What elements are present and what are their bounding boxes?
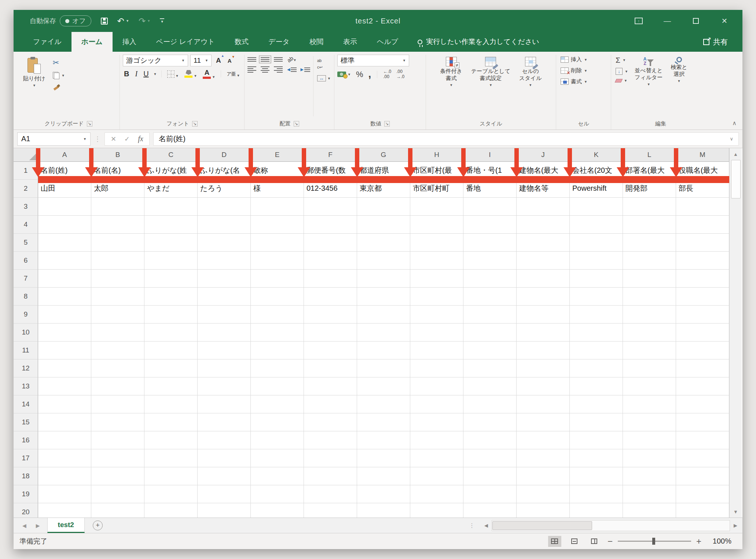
undo-button[interactable]: ↶ ▼	[117, 16, 129, 26]
cell-G16[interactable]	[357, 431, 410, 449]
row-header-5[interactable]: 5	[14, 234, 38, 252]
cell-H12[interactable]	[410, 359, 463, 377]
cell-E4[interactable]	[251, 216, 304, 234]
cell-M7[interactable]	[676, 270, 729, 288]
cell-M6[interactable]	[676, 252, 729, 270]
cell-F20[interactable]	[304, 503, 357, 518]
cell-G20[interactable]	[357, 503, 410, 518]
cell-A13[interactable]	[38, 377, 91, 395]
cell-J17[interactable]	[517, 449, 570, 467]
percent-style-button[interactable]: %	[356, 70, 363, 79]
cell-H3[interactable]	[410, 198, 463, 216]
cell-G19[interactable]	[357, 485, 410, 503]
column-header-F[interactable]: F	[304, 148, 357, 162]
cell-K17[interactable]	[570, 449, 623, 467]
cell-J5[interactable]	[517, 234, 570, 252]
column-header-H[interactable]: H	[410, 148, 463, 162]
normal-view-button[interactable]	[548, 536, 561, 547]
cell-K18[interactable]	[570, 467, 623, 485]
cell-B9[interactable]	[91, 306, 144, 324]
cell-K13[interactable]	[570, 377, 623, 395]
paste-button[interactable]: 貼り付け ▼	[20, 55, 48, 89]
accounting-format-button[interactable]: ▼	[337, 72, 351, 77]
cell-C19[interactable]	[144, 485, 198, 503]
cut-button[interactable]: ✂	[51, 58, 66, 68]
horizontal-scrollbar[interactable]: ⋮ ◀ ▶	[469, 518, 741, 533]
cell-E14[interactable]	[251, 395, 304, 413]
cell-K7[interactable]	[570, 270, 623, 288]
cell-C8[interactable]	[144, 288, 198, 306]
cell-H15[interactable]	[410, 413, 463, 431]
column-header-A[interactable]: A	[38, 148, 91, 162]
cell-M14[interactable]	[676, 395, 729, 413]
cell-D12[interactable]	[198, 359, 251, 377]
cell-C10[interactable]	[144, 324, 198, 341]
cell-C9[interactable]	[144, 306, 198, 324]
cell-F12[interactable]	[304, 359, 357, 377]
cell-I8[interactable]	[463, 288, 517, 306]
cell-K14[interactable]	[570, 395, 623, 413]
cell-I15[interactable]	[463, 413, 517, 431]
cell-E6[interactable]	[251, 252, 304, 270]
page-break-view-button[interactable]	[588, 536, 601, 547]
cell-E17[interactable]	[251, 449, 304, 467]
ribbon-tab-ヘルプ[interactable]: ヘルプ	[367, 32, 408, 52]
cell-G15[interactable]	[357, 413, 410, 431]
cell-M18[interactable]	[676, 467, 729, 485]
cell-J12[interactable]	[517, 359, 570, 377]
cell-E15[interactable]	[251, 413, 304, 431]
save-button[interactable]	[101, 18, 108, 25]
cell-L15[interactable]	[623, 413, 676, 431]
share-button[interactable]: 共有	[703, 32, 728, 52]
column-header-M[interactable]: M	[676, 148, 729, 162]
cell-E20[interactable]	[251, 503, 304, 518]
cell-A12[interactable]	[38, 359, 91, 377]
ribbon-tab-ホーム[interactable]: ホーム	[71, 32, 113, 52]
autosum-button[interactable]: Σ▼	[614, 55, 630, 65]
cell-E19[interactable]	[251, 485, 304, 503]
cell-G12[interactable]	[357, 359, 410, 377]
cell-D9[interactable]	[198, 306, 251, 324]
cell-K8[interactable]	[570, 288, 623, 306]
horizontal-scroll-track[interactable]	[492, 520, 730, 531]
cell-D10[interactable]	[198, 324, 251, 341]
cell-L16[interactable]	[623, 431, 676, 449]
cell-D4[interactable]	[198, 216, 251, 234]
cell-G17[interactable]	[357, 449, 410, 467]
cell-K10[interactable]	[570, 324, 623, 341]
cancel-entry-button[interactable]: ✕	[111, 135, 116, 143]
cell-A3[interactable]	[38, 198, 91, 216]
cell-J11[interactable]	[517, 341, 570, 359]
paste-dropdown-icon[interactable]: ▼	[33, 84, 36, 87]
cell-B18[interactable]	[91, 467, 144, 485]
cell-C3[interactable]	[144, 198, 198, 216]
row-header-18[interactable]: 18	[14, 467, 38, 485]
cell-L14[interactable]	[623, 395, 676, 413]
cell-D14[interactable]	[198, 395, 251, 413]
cell-B8[interactable]	[91, 288, 144, 306]
phonetic-guide-button[interactable]: ア亜▼	[225, 71, 241, 77]
cell-J6[interactable]	[517, 252, 570, 270]
cell-B7[interactable]	[91, 270, 144, 288]
copy-button[interactable]: ▼	[51, 71, 66, 80]
cell-G7[interactable]	[357, 270, 410, 288]
ribbon-tab-表示[interactable]: 表示	[333, 32, 367, 52]
cell-I5[interactable]	[463, 234, 517, 252]
row-header-7[interactable]: 7	[14, 270, 38, 288]
cell-G14[interactable]	[357, 395, 410, 413]
row-header-13[interactable]: 13	[14, 377, 38, 395]
cell-F18[interactable]	[304, 467, 357, 485]
cell-H14[interactable]	[410, 395, 463, 413]
orientation-button[interactable]: ab▼	[287, 56, 297, 63]
scroll-down-button[interactable]: ▼	[730, 506, 742, 518]
horizontal-scroll-thumb[interactable]	[492, 521, 592, 530]
formula-bar-handle[interactable]: ⋮	[94, 135, 101, 143]
cell-K12[interactable]	[570, 359, 623, 377]
cell-E10[interactable]	[251, 324, 304, 341]
cell-H18[interactable]	[410, 467, 463, 485]
row-header-17[interactable]: 17	[14, 449, 38, 467]
autosave-toggle[interactable]: 自動保存 オフ	[30, 15, 91, 26]
cell-D3[interactable]	[198, 198, 251, 216]
cell-E12[interactable]	[251, 359, 304, 377]
column-header-C[interactable]: C	[144, 148, 198, 162]
